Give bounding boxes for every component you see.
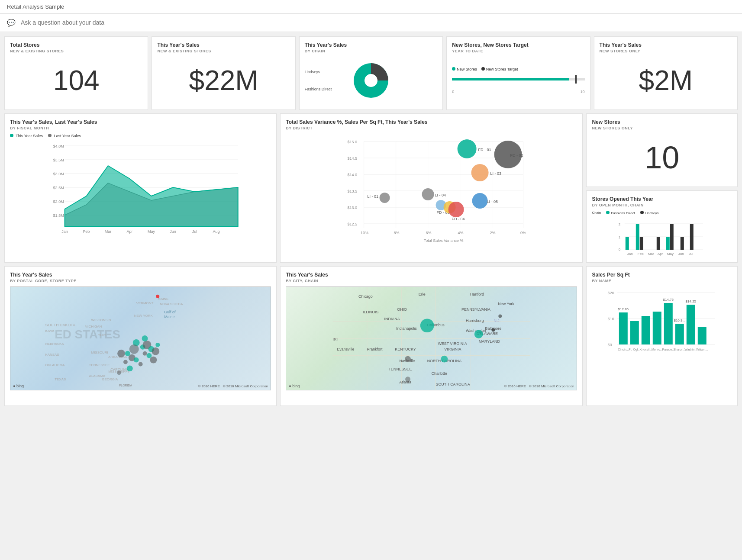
svg-text:May: May xyxy=(148,229,155,234)
svg-text:$20: $20 xyxy=(608,291,614,295)
fiscal-subtitle: BY FISCAL MONTH xyxy=(10,126,271,130)
svg-text:$15.0: $15.0 xyxy=(348,140,358,144)
svg-point-170 xyxy=(441,356,448,363)
svg-text:$13.5: $13.5 xyxy=(348,189,358,193)
qa-input[interactable] xyxy=(19,18,149,27)
row-2: This Year's Sales, Last Year's Sales BY … xyxy=(4,113,738,263)
svg-text:$12.86: $12.86 xyxy=(618,307,629,311)
svg-text:Monro...: Monro... xyxy=(652,348,663,351)
svg-text:LI - 05: LI - 05 xyxy=(487,200,498,204)
svg-text:$10: $10 xyxy=(608,317,614,321)
svg-text:TENNESSEE: TENNESSEE xyxy=(389,367,412,371)
svg-text:$10.9...: $10.9... xyxy=(674,319,686,322)
svg-rect-182 xyxy=(630,321,639,344)
svg-text:Jan: Jan xyxy=(627,252,633,256)
svg-text:Charlotte: Charlotte xyxy=(432,371,447,376)
card-total-stores: Total Stores NEW & EXISTING STORES 104 xyxy=(4,36,148,110)
svg-point-129 xyxy=(155,343,160,347)
svg-text:Sharon...: Sharon... xyxy=(674,348,686,351)
svg-text:FD - 01: FD - 01 xyxy=(478,148,491,152)
legend-new-stores: New Stores xyxy=(452,67,477,71)
svg-point-167 xyxy=(420,319,434,332)
scatter-svg: Sales Per Sq Ft $15.0 $14.5 $14.0 $13.5 … xyxy=(292,134,577,255)
map2-visual: Chicago Erie Hartford New York PENNSYLVA… xyxy=(286,286,577,390)
svg-text:MAINE: MAINE xyxy=(158,297,168,301)
svg-text:Mar: Mar xyxy=(105,229,112,234)
pie-svg xyxy=(352,61,390,100)
map1-subtitle: BY POSTAL CODE, STORE TYPE xyxy=(10,279,271,283)
svg-text:OKLAHOMA: OKLAHOMA xyxy=(45,363,65,367)
svg-text:PENNSYLVANIA: PENNSYLVANIA xyxy=(461,307,490,312)
svg-rect-76 xyxy=(657,237,660,250)
svg-text:Feb: Feb xyxy=(638,252,644,256)
dot-last-year xyxy=(48,134,52,137)
svg-rect-74 xyxy=(636,224,639,250)
card-new-stores-target: New Stores, New Stores Target YEAR TO DA… xyxy=(446,36,590,110)
svg-text:KANSAS: KANSAS xyxy=(45,353,59,357)
svg-text:Maine: Maine xyxy=(164,315,174,319)
new-stores-value: 10 xyxy=(592,134,732,181)
pie-chart: Lindseys Fashions Direct xyxy=(305,57,437,104)
svg-point-130 xyxy=(117,350,125,357)
legend-target: New Stores Target xyxy=(481,67,518,71)
svg-rect-73 xyxy=(626,237,629,250)
svg-text:-6%: -6% xyxy=(425,231,432,235)
svg-text:-2%: -2% xyxy=(489,231,496,235)
svg-text:KENTUCKY: KENTUCKY xyxy=(395,347,416,351)
svg-point-173 xyxy=(499,314,502,318)
svg-point-168 xyxy=(474,330,483,338)
svg-rect-80 xyxy=(690,224,694,250)
svg-point-125 xyxy=(150,357,157,364)
svg-point-117 xyxy=(152,348,159,355)
svg-text:VERMONT: VERMONT xyxy=(136,301,154,305)
svg-text:Evansville: Evansville xyxy=(337,347,355,351)
svg-text:NEBRASKA: NEBRASKA xyxy=(45,342,64,346)
svg-rect-75 xyxy=(640,237,643,250)
svg-text:$1.5M: $1.5M xyxy=(53,213,64,218)
svg-text:NOVA SCOTIA: NOVA SCOTIA xyxy=(160,302,183,306)
fiscal-legend: This Year Sales Last Year Sales xyxy=(10,134,271,138)
svg-text:$3.5M: $3.5M xyxy=(53,158,64,162)
sqft-title: Sales Per Sq Ft xyxy=(592,272,732,278)
svg-text:MARYLAND: MARYLAND xyxy=(479,339,500,344)
bullet-axis: 0 10 xyxy=(452,90,584,94)
svg-text:GEORGIA: GEORGIA xyxy=(102,377,118,381)
svg-text:-8%: -8% xyxy=(393,231,400,235)
svg-text:$2.5M: $2.5M xyxy=(53,186,64,190)
total-stores-title: Total Stores xyxy=(10,42,142,48)
qa-icon: 💬 xyxy=(7,19,16,27)
svg-text:FD - 02: FD - 02 xyxy=(510,153,523,158)
svg-text:OHIO: OHIO xyxy=(397,307,407,312)
svg-text:Sales Per Sq Ft: Sales Per Sq Ft xyxy=(292,224,292,251)
svg-text:LI - 01: LI - 01 xyxy=(368,194,379,199)
svg-point-128 xyxy=(117,370,121,375)
svg-point-124 xyxy=(147,353,152,358)
svg-point-172 xyxy=(492,328,495,331)
svg-text:OHIO: OHIO xyxy=(97,333,106,337)
bing-logo: ● bing xyxy=(13,384,24,388)
svg-text:Aug: Aug xyxy=(213,229,220,234)
svg-text:May: May xyxy=(667,252,674,256)
sales-ne-title: This Year's Sales xyxy=(157,42,290,48)
opened-bar-svg: 2 1 0 xyxy=(592,217,732,256)
svg-text:Ft. Ogl...: Ft. Ogl... xyxy=(629,348,641,351)
legend-dot-new xyxy=(452,67,455,71)
row-1: Total Stores NEW & EXISTING STORES 104 T… xyxy=(4,36,738,110)
axis-10: 10 xyxy=(581,90,585,94)
svg-text:VIRGINIA: VIRGINIA xyxy=(445,347,461,351)
svg-text:$14.75: $14.75 xyxy=(663,298,674,302)
dashboard: Total Stores NEW & EXISTING STORES 104 T… xyxy=(0,32,742,410)
app-title: Retail Analysis Sample xyxy=(7,3,64,10)
svg-point-54 xyxy=(471,164,489,181)
svg-rect-189 xyxy=(687,305,695,344)
svg-text:SOUTH CAROLINA: SOUTH CAROLINA xyxy=(436,382,470,386)
svg-text:Hartford: Hartford xyxy=(470,292,484,296)
bullet-target-line xyxy=(575,75,577,84)
card-stores-opened: Stores Opened This Year BY OPEN MONTH, C… xyxy=(586,190,738,263)
sales-ne-subtitle: NEW & EXISTING STORES xyxy=(157,49,290,53)
opened-legend: Chain Fashions Direct Lindseys xyxy=(592,211,732,215)
svg-point-121 xyxy=(139,362,143,367)
map1-visual: ED STATES SOUTH DAKOTA IOWA NEBRASKA KAN… xyxy=(10,286,271,390)
svg-text:Gulf of: Gulf of xyxy=(164,310,176,314)
svg-rect-77 xyxy=(666,237,670,250)
